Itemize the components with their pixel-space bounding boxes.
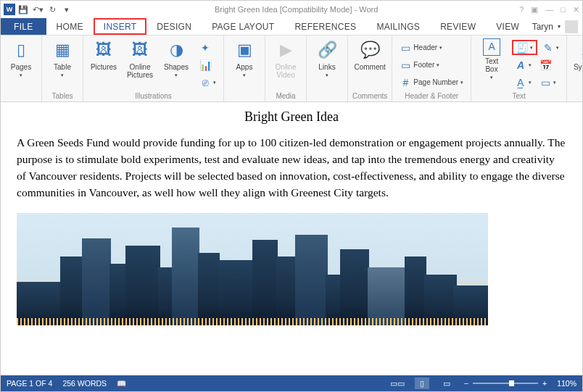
group-header-footer: ▭Header▾ ▭Footer▾ #Page Number▾ Header &… (392, 36, 471, 101)
group-pages: ▯ Pages▾ (1, 36, 42, 101)
text-box-button[interactable]: A Text Box▾ (476, 38, 508, 80)
pages-button[interactable]: ▯ Pages▾ (5, 38, 37, 78)
online-picture-icon: 🖼 (128, 38, 152, 62)
group-label-illustrations: Illustrations (135, 91, 172, 100)
document-title: Bright Green Idea (17, 109, 566, 125)
smartart-button[interactable]: ✦ (197, 40, 219, 55)
comment-button[interactable]: 💬 Comment (354, 38, 386, 71)
dropcap-icon: A̲ (515, 77, 526, 88)
screenshot-icon: ⎚ (199, 77, 211, 88)
help-icon[interactable]: ? (519, 5, 524, 14)
zoom-out-icon[interactable]: − (464, 379, 468, 388)
signature-line-button[interactable]: ✎▾ (539, 40, 562, 55)
apps-icon: ▣ (233, 38, 256, 62)
signature-icon: ✎ (542, 42, 554, 54)
comment-icon: 💬 (358, 38, 381, 62)
group-comments: 💬 Comment Comments (348, 36, 392, 101)
close-icon[interactable]: ✕ (573, 5, 579, 14)
minimize-icon[interactable]: — (545, 5, 553, 14)
group-label-media: Media (276, 91, 295, 100)
zoom-slider[interactable]: − + (464, 379, 547, 388)
tab-page-layout[interactable]: PAGE LAYOUT (202, 18, 284, 35)
window-title: Bright Green Idea [Compatibility Mode] -… (73, 5, 519, 14)
tab-home[interactable]: HOME (46, 18, 94, 35)
group-symbols: Ω Symbols▾ (567, 36, 583, 101)
footer-icon: ▭ (400, 59, 411, 71)
textbox-icon: A (483, 38, 500, 56)
quick-parts-button[interactable]: 🧾▾ (512, 40, 537, 55)
inline-image[interactable] (17, 213, 488, 325)
chart-icon: 📊 (199, 59, 211, 71)
wordart-icon: A (515, 59, 526, 71)
print-layout-icon[interactable]: ▯ (415, 378, 429, 389)
online-video-button: ▶ Online Video (270, 38, 302, 79)
web-layout-icon[interactable]: ▭ (439, 378, 454, 389)
document-view[interactable]: Bright Green Idea A Green Seeds Fund wou… (1, 102, 582, 375)
object-button[interactable]: ▭▾ (537, 75, 559, 90)
read-mode-icon[interactable]: ▭▭ (390, 378, 405, 389)
zoom-in-icon[interactable]: + (542, 379, 547, 388)
save-icon[interactable]: 💾 (17, 3, 30, 16)
wordart-button[interactable]: A▾ (512, 57, 534, 72)
links-button[interactable]: 🔗 Links▾ (311, 38, 343, 78)
drop-cap-button[interactable]: A̲▾ (512, 75, 534, 90)
header-button[interactable]: ▭Header▾ (397, 40, 466, 55)
quick-parts-icon: 🧾 (516, 42, 528, 54)
group-label-tables: Tables (52, 91, 73, 100)
table-icon: ▦ (51, 38, 74, 62)
page-icon: ▯ (9, 38, 33, 62)
object-icon: ▭ (539, 77, 551, 88)
group-media: ▶ Online Video Media (265, 36, 307, 101)
tab-insert[interactable]: INSERT (94, 18, 147, 35)
group-label-comments: Comments (352, 91, 387, 100)
header-icon: ▭ (400, 42, 411, 54)
spellcheck-icon[interactable]: 📖 (117, 379, 126, 388)
smartart-icon: ✦ (199, 42, 211, 54)
page-number-button[interactable]: #Page Number▾ (397, 75, 466, 90)
tab-design[interactable]: DESIGN (146, 18, 202, 35)
chart-button[interactable]: 📊 (197, 57, 219, 72)
footer-button[interactable]: ▭Footer▾ (397, 57, 466, 72)
word-count[interactable]: 256 WORDS (62, 379, 107, 388)
status-bar: PAGE 1 OF 4 256 WORDS 📖 ▭▭ ▯ ▭ − + 110% (1, 375, 582, 391)
avatar-icon (565, 20, 578, 33)
link-icon: 🔗 (315, 38, 339, 62)
maximize-icon[interactable]: □ (561, 5, 566, 14)
group-illustrations: 🖼 Pictures 🖼 Online Pictures ◑ Shapes▾ ✦… (83, 36, 224, 101)
shapes-icon: ◑ (165, 38, 188, 62)
ribbon: ▯ Pages▾ ▦ Table▾ Tables 🖼 Pictures 🖼 On… (1, 36, 582, 102)
signed-in-user[interactable]: Taryn▾ (532, 18, 578, 35)
screenshot-button[interactable]: ⎚▾ (197, 75, 219, 90)
ribbon-tabs: FILE HOME INSERT DESIGN PAGE LAYOUT REFE… (1, 18, 582, 36)
tab-references[interactable]: REFERENCES (284, 18, 366, 35)
date-time-button[interactable]: 📅 (537, 57, 554, 72)
omega-icon: Ω (576, 38, 583, 62)
page-indicator[interactable]: PAGE 1 OF 4 (7, 379, 52, 388)
tab-review[interactable]: REVIEW (430, 18, 486, 35)
group-text: A Text Box▾ 🧾▾ ✎▾ A▾ 📅 A̲▾ ▭▾ Text (471, 36, 567, 101)
date-icon: 📅 (539, 59, 551, 71)
tab-view[interactable]: VIEW (486, 18, 529, 35)
ribbon-display-icon[interactable]: ▣ (531, 5, 538, 14)
tab-mailings[interactable]: MAILINGS (366, 18, 430, 35)
customize-qat-icon[interactable]: ▾ (60, 3, 73, 16)
undo-icon[interactable]: ↶▾ (31, 3, 44, 16)
title-bar: W 💾 ↶▾ ↻ ▾ Bright Green Idea [Compatibil… (1, 1, 582, 18)
video-icon: ▶ (274, 38, 297, 62)
group-label-text: Text (512, 91, 525, 100)
symbols-button[interactable]: Ω Symbols▾ (571, 38, 583, 78)
pagenum-icon: # (400, 77, 411, 88)
pictures-button[interactable]: 🖼 Pictures (88, 38, 120, 71)
shapes-button[interactable]: ◑ Shapes▾ (160, 38, 192, 78)
word-icon: W (4, 4, 15, 15)
table-button[interactable]: ▦ Table▾ (46, 38, 78, 78)
zoom-level[interactable]: 110% (557, 379, 576, 388)
picture-icon: 🖼 (92, 38, 115, 62)
group-links: 🔗 Links▾ (307, 36, 348, 101)
redo-icon[interactable]: ↻ (46, 3, 59, 16)
group-label-hf: Header & Footer (405, 91, 458, 100)
apps-button[interactable]: ▣ Apps▾ (228, 38, 260, 78)
tab-file[interactable]: FILE (1, 18, 46, 35)
group-apps: ▣ Apps▾ (224, 36, 265, 101)
online-pictures-button[interactable]: 🖼 Online Pictures (124, 38, 156, 79)
